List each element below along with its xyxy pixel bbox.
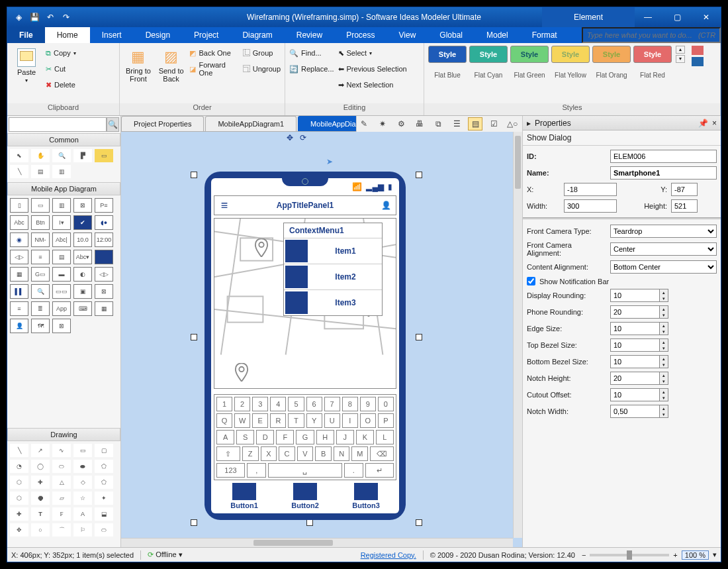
link-handle-icon[interactable]: ➤ — [326, 157, 333, 166]
prop-content-align[interactable]: Bottom Center — [610, 260, 717, 274]
key-A[interactable]: A — [216, 430, 234, 444]
tool-stamp[interactable]: ▛ — [73, 149, 92, 162]
prop-cutout-offset[interactable] — [610, 388, 659, 401]
key-B[interactable]: B — [315, 446, 332, 461]
panel-shapes-icon[interactable]: △○ — [505, 117, 520, 130]
ungroup-button[interactable]: ⿹Ungroup — [243, 62, 281, 76]
handle-w[interactable] — [191, 334, 197, 340]
style-extra-2-icon[interactable] — [692, 57, 704, 66]
panel-format-icon[interactable]: ⧉ — [431, 117, 445, 130]
key-2[interactable]: 2 — [234, 397, 250, 411]
tool-pointer[interactable]: ⬉ — [10, 149, 28, 162]
key-V[interactable]: V — [297, 446, 314, 461]
draw-ellipse[interactable]: ◯ — [31, 460, 50, 473]
key-4[interactable]: 4 — [270, 397, 286, 411]
tool-input[interactable]: I▾ — [52, 215, 71, 230]
draw-tri[interactable]: △ — [52, 476, 71, 489]
tool-preview[interactable]: ▭▭ — [52, 284, 71, 299]
draw-arc[interactable]: ⌒ — [52, 523, 71, 537]
zoom-dropdown-icon[interactable]: ▾ — [713, 550, 717, 559]
key-E[interactable]: E — [252, 413, 268, 428]
draw-trap[interactable]: ▱ — [52, 491, 71, 505]
tool-color[interactable] — [95, 250, 113, 264]
context-item-1[interactable]: Item1 — [284, 238, 382, 264]
paste-button[interactable]: Paste▾ — [11, 46, 42, 83]
menu-diagram[interactable]: Diagram — [230, 27, 284, 43]
back-one-button[interactable]: ◩Back One — [189, 46, 238, 60]
tool-checkbox[interactable]: ✔ — [73, 215, 92, 230]
key-9[interactable]: 9 — [360, 397, 376, 411]
pin-icon[interactable]: 📌 — [698, 119, 708, 128]
key-G[interactable]: G — [296, 430, 314, 444]
tool-button[interactable]: Btn — [31, 215, 50, 230]
panel-styles-icon[interactable]: ✷ — [375, 117, 390, 130]
draw-cross[interactable]: ✚ — [31, 476, 50, 489]
key-8[interactable]: 8 — [342, 397, 358, 411]
context-menu[interactable]: ContextMenu1 Item1 Item2 Item3 — [283, 223, 383, 316]
tool-hand[interactable]: ✋ — [31, 149, 50, 162]
key-⇧[interactable]: ⇧ — [216, 446, 240, 461]
toolbox-mobile-header[interactable]: Mobile App Diagram — [7, 182, 120, 195]
key-123[interactable]: 123 — [216, 463, 245, 478]
key-N[interactable]: N — [334, 446, 350, 461]
key-D[interactable]: D — [256, 430, 274, 444]
key-Z[interactable]: Z — [242, 446, 259, 461]
handle-nw[interactable] — [191, 172, 197, 178]
select-button[interactable]: ⬉Select▾ — [338, 46, 407, 60]
tool-app[interactable]: App — [52, 301, 71, 316]
button3[interactable]: Button3 — [352, 483, 380, 509]
tool-split[interactable]: ▥ — [52, 198, 71, 213]
draw-a[interactable]: A — [73, 507, 92, 521]
draw-rect[interactable]: ▭ — [73, 444, 92, 457]
tool-container[interactable]: ▭ — [95, 149, 113, 162]
prop-y-input[interactable] — [671, 183, 698, 196]
hamburger-icon[interactable]: ≡ — [214, 199, 234, 213]
handle-e[interactable] — [416, 334, 422, 340]
send-to-back-button[interactable]: ▨Send to Back — [157, 46, 186, 83]
prop-height-input[interactable] — [671, 199, 698, 213]
style-extra-1-icon[interactable] — [692, 46, 704, 55]
draw-capsule[interactable]: ⬬ — [73, 460, 92, 473]
key-Y[interactable]: Y — [306, 413, 322, 428]
key-↵[interactable]: ↵ — [365, 463, 394, 478]
prop-display-rounding[interactable] — [610, 289, 659, 302]
context-item-3[interactable]: Item3 — [284, 289, 382, 315]
key-3[interactable]: 3 — [252, 397, 268, 411]
prop-front-camera-align[interactable]: Center — [610, 242, 717, 256]
tool-search[interactable]: 🔍 — [31, 284, 50, 299]
group-button[interactable]: ⿺Group — [243, 46, 281, 60]
tool-bricks[interactable]: ▦ — [95, 301, 113, 316]
tool-menu[interactable]: ≡ — [31, 250, 50, 264]
contextual-tab-element[interactable]: Element — [542, 7, 635, 27]
zoom-out-button[interactable]: − — [582, 551, 586, 559]
tool-zoom[interactable]: 🔍 — [52, 149, 71, 162]
tool-panel[interactable]: ▭ — [31, 198, 50, 213]
key-M[interactable]: M — [351, 446, 368, 461]
tool-map[interactable]: 🗺 — [31, 319, 50, 333]
tool-combo[interactable]: Abc▾ — [73, 250, 92, 264]
key-T[interactable]: T — [288, 413, 304, 428]
tool-form[interactable]: ≡ — [10, 301, 28, 316]
draw-curve[interactable]: ∿ — [52, 444, 71, 457]
key-6[interactable]: 6 — [306, 397, 322, 411]
tab-project-properties[interactable]: Project Properties — [121, 116, 204, 131]
tool-device[interactable]: ▯ — [10, 198, 28, 213]
key-,[interactable]: , — [247, 463, 266, 478]
key-7[interactable]: 7 — [324, 397, 340, 411]
app-icon[interactable]: ◈ — [13, 11, 24, 23]
key-X[interactable]: X — [261, 446, 277, 461]
tool-card[interactable]: G▭ — [31, 267, 50, 282]
draw-tag[interactable]: ⬓ — [95, 507, 113, 521]
key-S[interactable]: S — [236, 430, 254, 444]
tool-list[interactable]: ▤ — [52, 250, 71, 264]
key-C[interactable]: C — [279, 446, 295, 461]
tool-tabs[interactable]: ▣ — [73, 284, 92, 299]
draw-diamond[interactable]: ◇ — [73, 476, 92, 489]
tool-radio[interactable]: ◉ — [10, 233, 28, 247]
prop-edge-size[interactable] — [610, 322, 659, 335]
vertical-scrollbar[interactable] — [513, 132, 522, 538]
forward-one-button[interactable]: ◪Forward One — [189, 62, 238, 76]
key-O[interactable]: O — [360, 413, 376, 428]
rotate-handle-icon[interactable]: ⟳ — [300, 133, 306, 142]
tool-keyboard[interactable]: ⌨ — [73, 301, 92, 316]
